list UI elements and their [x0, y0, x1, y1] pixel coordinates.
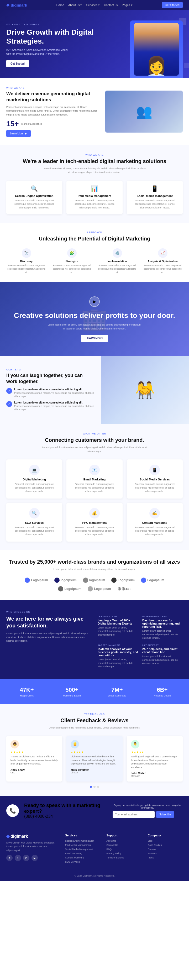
logo-text: digimark — [11, 3, 27, 7]
footer-link-content[interactable]: Content Marketing — [65, 856, 100, 859]
nav-links: Home About us ▾ Services ▾ Contact us Pa… — [56, 3, 133, 7]
team-point-1: ✓ Lorem ipsum dolor sit amet consectetur… — [6, 388, 94, 399]
stat-leads-generated: 7M+ Leads Generated — [97, 687, 138, 697]
team-content: OUR TEAM If you can laugh together, you … — [0, 356, 101, 424]
connecting-subtitle: Lorem ipsum dolor sit amet consectetur a… — [42, 445, 147, 453]
social-media-services-icon: 📱 — [149, 465, 160, 475]
connecting-tag: WHAT WE OFFER — [6, 433, 183, 435]
nav-cta-button[interactable]: Get Started — [162, 2, 183, 8]
footer-link-email[interactable]: Email Marketing — [65, 852, 100, 855]
strategize-title: Strategize — [52, 260, 92, 263]
footer-link-case-studies[interactable]: Case Studies — [148, 844, 183, 846]
email-marketing-text: Praesent commodo cursus magna vel sceler… — [71, 482, 118, 493]
stat-label-3: Leads Generated — [97, 694, 138, 697]
team-point-icon-2: ✓ — [6, 401, 12, 407]
why-item-tag-4: 24/7 SUPPORT — [142, 644, 183, 646]
team-point-2: ✓ Lorem ipsum dolor sit amet consectetur… — [6, 401, 94, 412]
footer-link-paid[interactable]: Paid Media Management — [65, 844, 100, 846]
why-item-text-2: Lorem ipsum dolor sit amet, consectetur … — [142, 629, 183, 640]
testimonial-role-1: CEO — [11, 771, 58, 774]
footer-link-social[interactable]: Social Media Management — [65, 848, 100, 851]
dot-2[interactable] — [94, 786, 95, 788]
footer-link-seo[interactable]: Search Engine Optimization — [65, 840, 100, 842]
navbar: ◆ digimark Home About us ▾ Services ▾ Co… — [0, 0, 189, 10]
nav-contact[interactable]: Contact us — [104, 3, 118, 6]
logo-circle-7 — [88, 586, 93, 592]
testimonials-section: TESTIMONIALS Client Feedback & Reviews D… — [0, 704, 189, 796]
footer-link-careers[interactable]: Careers — [148, 848, 183, 851]
footer-link-terms[interactable]: Terms of Service — [106, 856, 141, 859]
service-content-marketing: ✍️ Content Marketing Praesent commodo cu… — [127, 503, 183, 542]
footer-link-contact[interactable]: Contact Us — [106, 844, 141, 846]
cta-banner-button[interactable]: LEARN MORE — [81, 335, 108, 342]
footer-tagline: Drive Growth with Digital Marketing Stra… — [6, 841, 59, 852]
process-title: Unleashing the Potential of Digital Mark… — [6, 235, 183, 242]
nav-home[interactable]: Home — [56, 3, 64, 6]
footer-link-blog[interactable]: Blog — [148, 840, 183, 842]
testimonials-subtitle: Donec ullamcorper nulla non metus auctor… — [42, 726, 147, 730]
footer-company-list: Blog Case Studies Careers Partners Press — [148, 840, 183, 859]
leader-tag: WHO WE ARE — [6, 154, 183, 156]
seo-text: Praesent commodo cursus magna vel sceler… — [10, 199, 59, 210]
seo-icon: 🔍 — [10, 185, 59, 192]
service-seo-services: 🔍 SEO Services Praesent commodo cursus m… — [6, 503, 62, 542]
who-cta-button[interactable]: Learn More ▶ — [6, 130, 31, 137]
footer-link-about[interactable]: About Us — [106, 840, 141, 842]
dot-1[interactable] — [90, 786, 92, 788]
nav-services[interactable]: Services ▾ — [86, 3, 100, 7]
newsletter-row: Subscribe — [113, 811, 183, 818]
social-youtube[interactable]: ▶ — [32, 855, 38, 861]
logo-label-7: Logolpsum — [94, 587, 111, 591]
footer-company-col: Company Blog Case Studies Careers Partne… — [148, 834, 183, 865]
team-point-title-1: Lorem ipsum dolor sit amet consectetur a… — [14, 388, 94, 391]
leader-services-grid: 🔍 Search Engine Optimization Praesent co… — [6, 181, 183, 215]
logo-label-4: Logolpsum — [118, 578, 135, 582]
connecting-section: WHAT WE OFFER Connecting customers with … — [0, 424, 189, 550]
footer-link-press[interactable]: Press — [148, 856, 183, 859]
social-facebook[interactable]: f — [6, 855, 13, 861]
footer-link-faqs[interactable]: FAQs — [106, 848, 141, 851]
implementation-icon: ⚙️ — [113, 248, 122, 258]
footer-brand: ◆ digimark Drive Growth with Digital Mar… — [6, 834, 59, 865]
footer-services-list: Search Engine Optimization Paid Media Ma… — [65, 840, 100, 863]
email-marketing-icon: 📧 — [89, 465, 100, 475]
footer-link-seo-services[interactable]: SEO Services — [65, 861, 100, 863]
footer-services-col: Services Search Engine Optimization Paid… — [65, 834, 100, 865]
team-points: ✓ Lorem ipsum dolor sit amet consectetur… — [6, 388, 94, 412]
process-step-strategize: 🧩 Strategize Praesent commodo cursus mag… — [52, 248, 92, 274]
why-item-3: IN-DEPTH ANALYSIS In-depth analysis of y… — [98, 644, 138, 669]
logo-label-8: ⊕⊕●○ — [118, 586, 131, 592]
cta-bottom-newsletter: Signup our newsletter to get update info… — [113, 804, 183, 818]
why-item-4: 24/7 SUPPORT 24/7 help desk, and direct … — [142, 644, 183, 669]
testimonial-stars-3: ★★★★★ — [131, 751, 178, 754]
analysis-icon: 📈 — [158, 248, 167, 258]
testimonial-avatar-2: 👱 — [71, 740, 79, 748]
hero-deco-2 — [184, 63, 189, 68]
footer-company-title: Company — [148, 834, 183, 837]
newsletter-button[interactable]: Subscribe — [156, 811, 174, 818]
team-point-desc-2: Praesent commodo cursus magna, vel scele… — [14, 404, 94, 412]
social-linkedin[interactable]: in — [23, 855, 29, 861]
footer-link-partners[interactable]: Partners — [148, 852, 183, 855]
trusted-section: Trusted by 25,000+ world-class brands an… — [0, 550, 189, 600]
service-email-marketing: 📧 Email Marketing Praesent commodo cursu… — [67, 460, 122, 498]
hero-cta-button[interactable]: Get Started — [6, 60, 29, 67]
footer-services-title: Services — [65, 834, 100, 837]
social-twitter[interactable]: t — [15, 855, 21, 861]
nav-pages[interactable]: Pages ▾ — [122, 3, 132, 7]
content-marketing-title: Content Marketing — [131, 521, 178, 524]
cta-play-button[interactable]: ▶ — [89, 296, 100, 307]
nav-about[interactable]: About us ▾ — [68, 3, 82, 7]
footer-link-privacy[interactable]: Privacy Policy — [106, 852, 141, 855]
newsletter-input[interactable] — [113, 811, 155, 818]
seo-services-title: SEO Services — [11, 521, 58, 524]
hero-person-image: 👩‍💼 — [130, 21, 183, 78]
footer-social: f t in ▶ — [6, 855, 59, 861]
logo-label-6: Logolpsum — [64, 587, 81, 591]
stat-label-4: Revenue Driven — [142, 694, 183, 697]
stat-label-2: Marketing Expert — [51, 694, 92, 697]
why-item-tag-1: LEADING A TEAM — [98, 616, 138, 618]
implementation-title: Implementation — [97, 260, 137, 263]
dot-3[interactable] — [97, 786, 99, 788]
services-grid-6: 💻 Digital Marketing Praesent commodo cur… — [6, 460, 183, 542]
